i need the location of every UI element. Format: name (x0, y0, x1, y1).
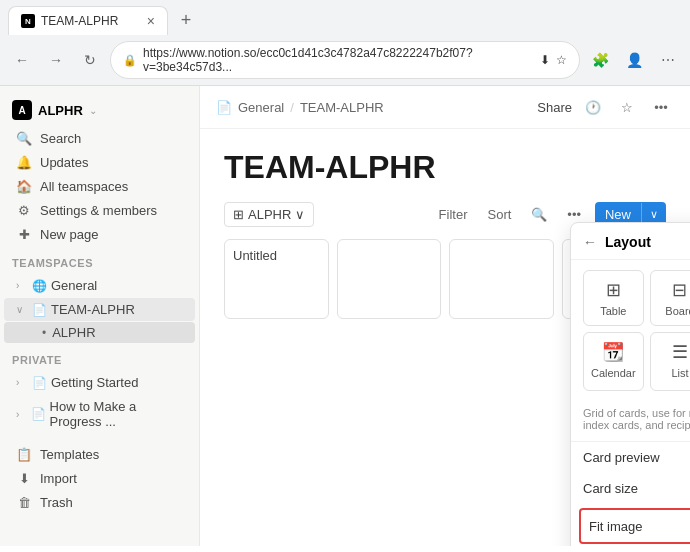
layout-list[interactable]: ☰ List (650, 332, 690, 391)
layout-table[interactable]: ⊞ Table (583, 270, 644, 326)
sidebar-settings-label: Settings & members (40, 203, 157, 218)
more-button[interactable]: ⋯ (654, 46, 682, 74)
card-preview-row[interactable]: Card preview Page cover › (571, 442, 690, 473)
card-1[interactable]: Untitled (224, 239, 329, 319)
browser-tab[interactable]: N TEAM-ALPHR × (8, 6, 168, 35)
tab-close-button[interactable]: × (147, 13, 155, 29)
card-2-body (338, 240, 441, 256)
layout-options-grid: ⊞ Table ⊟ Board 📅 Timeline 📆 Calendar ☰ (571, 260, 690, 401)
db-name-label: ALPHR (248, 207, 291, 222)
profile-button[interactable]: 👤 (620, 46, 648, 74)
sidebar-item-import[interactable]: ⬇ Import (4, 467, 195, 490)
sort-button[interactable]: Sort (481, 203, 517, 226)
import-label: Import (40, 471, 77, 486)
breadcrumb-current: TEAM-ALPHR (300, 100, 384, 115)
star-icon: ☆ (556, 53, 567, 67)
workspace-avatar: A (12, 100, 32, 120)
history-button[interactable]: 🕐 (580, 94, 606, 120)
sidebar-search-label: Search (40, 131, 81, 146)
getting-started-label: Getting Started (51, 375, 138, 390)
filter-button[interactable]: Filter (433, 203, 474, 226)
breadcrumb: 📄 General / TEAM-ALPHR (216, 100, 529, 115)
workspace-selector[interactable]: A ALPHR ⌄ (0, 94, 199, 126)
sidebar-item-settings[interactable]: ⚙ Settings & members (4, 199, 195, 222)
main-content: 📄 General / TEAM-ALPHR Share 🕐 ☆ ••• TEA… (200, 86, 690, 546)
tab-favicon: N (21, 14, 35, 28)
popup-back-button[interactable]: ← (583, 234, 597, 250)
card-2[interactable] (337, 239, 442, 319)
workspace-name: ALPHR (38, 103, 83, 118)
card-preview-label: Card preview (583, 450, 690, 465)
sidebar-item-search[interactable]: 🔍 Search (4, 127, 195, 150)
sidebar-item-getting-started[interactable]: › 📄 Getting Started (4, 371, 195, 394)
share-button[interactable]: Share (537, 100, 572, 115)
board-layout-label: Board (665, 305, 690, 317)
updates-icon: 🔔 (16, 155, 32, 170)
calendar-layout-icon: 📆 (602, 341, 624, 363)
layout-board[interactable]: ⊟ Board (650, 270, 690, 326)
more-options-button[interactable]: ••• (648, 94, 674, 120)
sidebar-all-teamspaces-label: All teamspaces (40, 179, 128, 194)
board-layout-icon: ⊟ (672, 279, 687, 301)
extension-button[interactable]: 🧩 (586, 46, 614, 74)
getting-started-chevron-icon: › (16, 377, 28, 388)
team-alphr-icon: 📄 (32, 303, 47, 317)
team-alphr-chevron-icon: ∨ (16, 304, 28, 315)
db-icon: ⊞ (233, 207, 244, 222)
address-bar[interactable]: 🔒 https://www.notion.so/ecc0c1d41c3c4782… (110, 41, 580, 79)
card-3[interactable] (449, 239, 554, 319)
general-chevron-icon: › (16, 280, 28, 291)
fit-image-row[interactable]: Fit image (579, 508, 690, 544)
progress-chevron-icon: › (16, 409, 27, 420)
sidebar-new-page-label: New page (40, 227, 99, 242)
table-layout-icon: ⊞ (606, 279, 621, 301)
progress-label: How to Make a Progress ... (50, 399, 187, 429)
list-layout-label: List (671, 367, 688, 379)
sidebar-item-all-teamspaces[interactable]: 🏠 All teamspaces (4, 175, 195, 198)
sidebar-item-new-page[interactable]: ✚ New page (4, 223, 195, 246)
general-icon: 🌐 (32, 279, 47, 293)
sidebar-item-general[interactable]: › 🌐 General (4, 274, 195, 297)
tab-title: TEAM-ALPHR (41, 14, 141, 28)
teamspaces-icon: 🏠 (16, 179, 32, 194)
layout-calendar[interactable]: 📆 Calendar (583, 332, 644, 391)
db-name-button[interactable]: ⊞ ALPHR ∨ (224, 202, 314, 227)
browser-chrome: N TEAM-ALPHR × + ← → ↻ 🔒 https://www.not… (0, 0, 690, 86)
fit-image-label: Fit image (589, 519, 690, 534)
favorite-button[interactable]: ☆ (614, 94, 640, 120)
sidebar-item-updates[interactable]: 🔔 Updates (4, 151, 195, 174)
sidebar-item-templates[interactable]: 📋 Templates (4, 443, 195, 466)
alphr-page-icon: • (42, 326, 46, 340)
progress-icon: 📄 (31, 407, 46, 421)
card-size-label: Card size (583, 481, 690, 496)
new-tab-button[interactable]: + (172, 7, 200, 35)
breadcrumb-parent[interactable]: General (238, 100, 284, 115)
workspace-chevron-icon: ⌄ (89, 105, 97, 116)
card-size-row[interactable]: Card size Medium › (571, 473, 690, 504)
table-layout-label: Table (600, 305, 626, 317)
lock-icon: 🔒 (123, 54, 137, 67)
new-page-icon: ✚ (16, 227, 32, 242)
card-1-body: Untitled (225, 240, 328, 271)
getting-started-icon: 📄 (32, 376, 47, 390)
team-alphr-label: TEAM-ALPHR (51, 302, 135, 317)
sidebar-item-alphr[interactable]: • ALPHR (4, 322, 195, 343)
breadcrumb-page-icon: 📄 (216, 100, 232, 115)
layout-popup: ← Layout × ⊞ Table ⊟ Board 📅 Timeline (570, 222, 690, 546)
download-icon: ⬇ (540, 53, 550, 67)
sidebar-item-progress[interactable]: › 📄 How to Make a Progress ... (4, 395, 195, 433)
breadcrumb-separator: / (290, 100, 294, 115)
layout-description: Grid of cards, use for mood boards, inde… (571, 401, 690, 442)
refresh-button[interactable]: ↻ (76, 46, 104, 74)
back-button[interactable]: ← (8, 46, 36, 74)
app: A ALPHR ⌄ 🔍 Search 🔔 Updates 🏠 All teams… (0, 86, 690, 546)
sidebar-item-team-alphr[interactable]: ∨ 📄 TEAM-ALPHR (4, 298, 195, 321)
general-label: General (51, 278, 97, 293)
templates-label: Templates (40, 447, 99, 462)
forward-button[interactable]: → (42, 46, 70, 74)
alphr-label: ALPHR (52, 325, 95, 340)
card-3-body (450, 240, 553, 256)
search-button[interactable]: 🔍 (525, 203, 553, 226)
url-text: https://www.notion.so/ecc0c1d41c3c4782a4… (143, 46, 534, 74)
sidebar-item-trash[interactable]: 🗑 Trash (4, 491, 195, 514)
